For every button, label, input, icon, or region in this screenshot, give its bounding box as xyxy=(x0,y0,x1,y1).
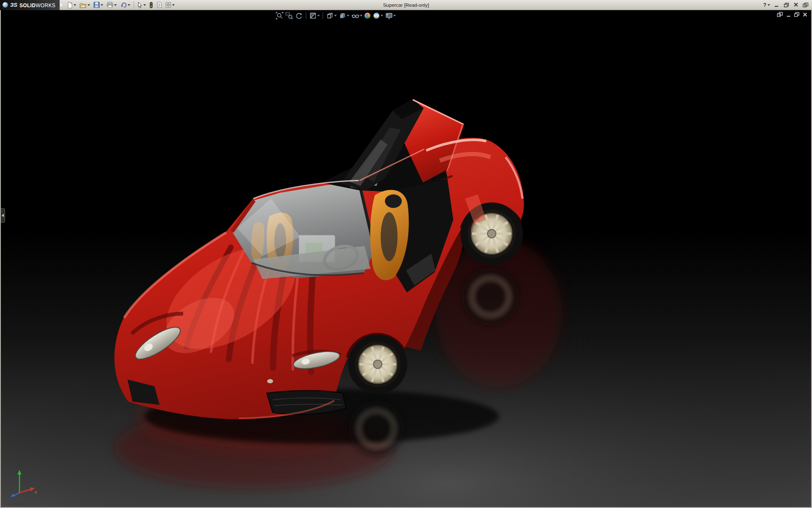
section-view-button[interactable] xyxy=(308,11,321,20)
doc-minimize-icon xyxy=(786,12,791,17)
select-dropdown-icon[interactable] xyxy=(143,4,146,6)
document-window-controls xyxy=(777,12,808,17)
supercar-3d-model[interactable] xyxy=(1,10,811,507)
brand-mark: ЗS xyxy=(10,2,17,8)
view-settings-dropdown-icon[interactable] xyxy=(393,15,396,17)
rebuild-light-icon xyxy=(149,2,153,8)
view-settings-icon xyxy=(385,12,393,19)
doc-restore-button[interactable] xyxy=(794,12,800,17)
doc-windows-icon xyxy=(777,12,783,17)
options-sheet-icon xyxy=(165,2,171,8)
view-orientation-button[interactable] xyxy=(325,11,337,20)
help-dropdown-icon[interactable] xyxy=(768,4,770,6)
collapse-arrow-icon xyxy=(2,214,4,217)
zoom-to-fit-button[interactable] xyxy=(275,11,284,20)
open-button[interactable] xyxy=(78,1,91,9)
zoom-to-fit-icon xyxy=(276,12,283,19)
zoom-to-area-button[interactable] xyxy=(285,11,294,20)
doc-close-button[interactable] xyxy=(802,12,808,17)
display-style-icon xyxy=(339,12,346,19)
save-dropdown-icon[interactable] xyxy=(101,4,103,6)
close-icon xyxy=(793,3,798,7)
select-button[interactable] xyxy=(136,1,147,9)
undo-button[interactable] xyxy=(119,1,132,9)
document-title: Supercar [Read-only] xyxy=(383,0,429,10)
options-dropdown-icon[interactable] xyxy=(172,4,175,6)
save-button[interactable] xyxy=(92,1,104,9)
print-button[interactable] xyxy=(105,1,118,9)
brand-works: WORKS xyxy=(36,3,55,8)
previous-view-button[interactable] xyxy=(294,11,304,20)
solidworks-logo: ЗS SOLIDWORKS xyxy=(0,0,60,10)
print-dropdown-icon[interactable] xyxy=(114,4,117,6)
new-dropdown-icon[interactable] xyxy=(74,4,76,6)
file-properties-button[interactable] xyxy=(155,1,163,9)
options-button[interactable] xyxy=(164,1,176,9)
select-cursor-icon xyxy=(137,2,143,8)
minimize-button[interactable] xyxy=(772,1,781,9)
arrange-windows-button[interactable] xyxy=(801,1,810,9)
doc-close-icon xyxy=(802,12,808,17)
view-orientation-icon xyxy=(326,12,334,19)
help-button[interactable]: ? xyxy=(763,1,771,9)
toolbar-separator xyxy=(134,1,134,8)
graphics-viewport[interactable]: x *Dimetric xyxy=(0,10,812,508)
solidworks-window: ЗS SOLIDWORKS xyxy=(0,0,812,508)
view-settings-button[interactable] xyxy=(384,11,397,20)
edit-appearance-icon xyxy=(365,13,370,19)
view-orientation-dropdown-icon[interactable] xyxy=(334,15,337,17)
edit-appearance-button[interactable] xyxy=(364,11,371,20)
hide-show-items-button[interactable] xyxy=(351,11,363,20)
display-style-dropdown-icon[interactable] xyxy=(347,15,349,17)
coordinate-triad: x xyxy=(7,467,41,497)
rebuild-button[interactable] xyxy=(148,1,154,9)
title-bar: ЗS SOLIDWORKS xyxy=(0,0,812,10)
help-label: ? xyxy=(763,2,766,8)
new-document-icon xyxy=(67,2,73,8)
minimize-icon xyxy=(774,3,779,7)
print-icon xyxy=(107,2,113,8)
section-view-icon xyxy=(309,12,317,19)
doc-windows-button[interactable] xyxy=(777,12,783,17)
previous-view-icon xyxy=(295,12,303,19)
apply-scene-button[interactable] xyxy=(372,11,384,20)
display-style-button[interactable] xyxy=(338,11,350,20)
heads-up-view-toolbar xyxy=(275,11,397,20)
window-controls: ? xyxy=(763,1,812,9)
apply-scene-dropdown-icon[interactable] xyxy=(381,15,383,17)
open-folder-icon xyxy=(80,2,87,8)
save-icon xyxy=(93,2,100,8)
doc-minimize-button[interactable] xyxy=(786,12,791,17)
headsup-separator xyxy=(306,12,306,19)
undo-dropdown-icon[interactable] xyxy=(128,4,130,6)
feature-panel-collapse-tab[interactable] xyxy=(1,208,5,223)
zoom-to-area-icon xyxy=(285,12,293,19)
new-document-button[interactable] xyxy=(66,1,77,9)
file-properties-icon xyxy=(156,2,162,8)
brand-solid: SOLID xyxy=(19,3,36,8)
open-dropdown-icon[interactable] xyxy=(88,4,90,6)
menu-expand-arrow-icon[interactable] xyxy=(60,3,63,7)
view-orientation-label: *Dimetric xyxy=(5,501,25,506)
undo-icon xyxy=(120,2,127,8)
apply-scene-icon xyxy=(373,12,380,19)
triad-x-label: x xyxy=(35,489,37,494)
headsup-separator xyxy=(323,12,323,19)
hide-show-items-icon xyxy=(351,12,359,19)
arrange-windows-icon xyxy=(803,3,809,8)
restore-button[interactable] xyxy=(782,1,790,9)
hide-show-dropdown-icon[interactable] xyxy=(360,15,362,17)
close-button[interactable] xyxy=(792,1,800,9)
section-view-dropdown-icon[interactable] xyxy=(317,15,320,17)
doc-restore-icon xyxy=(794,12,800,17)
restore-icon xyxy=(784,3,789,8)
3ds-logo-icon xyxy=(3,2,8,8)
